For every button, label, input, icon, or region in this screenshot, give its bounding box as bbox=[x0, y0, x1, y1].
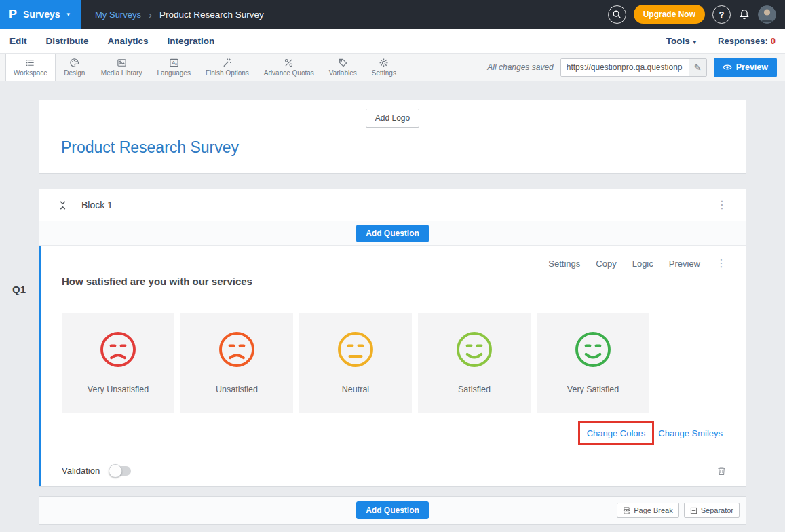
bottom-add-question-strip: Add Question Page Break Separator bbox=[39, 496, 746, 525]
question-mark-icon: ? bbox=[719, 10, 725, 20]
delete-question-button[interactable] bbox=[716, 466, 727, 476]
toolbar-label: Design bbox=[64, 69, 85, 77]
brand-label: Surveys bbox=[23, 9, 60, 20]
collapse-block-icon[interactable] bbox=[58, 200, 68, 210]
option-label: Very Satisfied bbox=[567, 385, 619, 394]
upgrade-now-button[interactable]: Upgrade Now bbox=[634, 5, 705, 24]
option-very-satisfied[interactable]: Very Satisfied bbox=[537, 313, 649, 413]
help-button[interactable]: ? bbox=[712, 5, 731, 24]
block-menu-kebab-icon[interactable]: ⋮ bbox=[716, 200, 727, 210]
toolbar-item-advance-quotas[interactable]: Advance Quotas bbox=[256, 54, 322, 81]
preview-button[interactable]: Preview bbox=[714, 58, 777, 77]
toolbar-item-workspace[interactable]: Workspace bbox=[5, 54, 56, 81]
option-label: Unsatisfied bbox=[216, 385, 258, 394]
add-question-button-bottom[interactable]: Add Question bbox=[356, 501, 429, 519]
toolbar-label: Settings bbox=[372, 69, 396, 77]
question-logic-link[interactable]: Logic bbox=[632, 259, 653, 269]
option-label: Very Unsatisfied bbox=[88, 385, 149, 394]
edit-url-button[interactable]: ✎ bbox=[689, 59, 706, 76]
survey-url-input[interactable] bbox=[561, 59, 689, 76]
gear-icon bbox=[379, 58, 389, 68]
toolbar-label: Advance Quotas bbox=[264, 69, 314, 77]
question-preview-link[interactable]: Preview bbox=[669, 259, 700, 269]
responses-counter: Responses:0 bbox=[718, 36, 776, 46]
smiley-options: Very Unsatisfied Unsatisfied bbox=[62, 313, 727, 413]
change-smileys-link[interactable]: Change Smileys bbox=[658, 428, 723, 438]
survey-header-card: Add Logo Product Research Survey bbox=[39, 100, 746, 174]
image-icon bbox=[117, 58, 127, 68]
navbar-actions: Upgrade Now ? bbox=[608, 5, 785, 24]
toolbar-right: All changes saved ✎ Preview bbox=[487, 54, 785, 81]
option-neutral[interactable]: Neutral bbox=[299, 313, 412, 413]
question-block: Q1 Settings Copy Logic Preview ⋮ How sat… bbox=[39, 246, 746, 486]
question-text[interactable]: How satisfied are you with our services bbox=[62, 276, 727, 299]
survey-title[interactable]: Product Research Survey bbox=[61, 138, 746, 157]
tools-menu[interactable]: Tools ▾ bbox=[666, 36, 696, 46]
page-break-button[interactable]: Page Break bbox=[617, 503, 678, 518]
tab-edit[interactable]: Edit bbox=[9, 36, 27, 46]
top-navbar: P Surveys ▾ My Surveys › Product Researc… bbox=[0, 0, 785, 28]
smiley-happy-icon bbox=[455, 330, 494, 369]
option-label: Neutral bbox=[342, 385, 369, 394]
app-brand-menu[interactable]: P Surveys ▾ bbox=[0, 0, 81, 28]
bell-icon bbox=[738, 8, 750, 20]
toolbar-item-finish-options[interactable]: Finish Options bbox=[198, 54, 256, 81]
chevron-down-icon: ▾ bbox=[693, 39, 697, 45]
toolbar-item-media-library[interactable]: Media Library bbox=[94, 54, 150, 81]
toolbar-item-settings[interactable]: Settings bbox=[364, 54, 404, 81]
quotas-percent-icon bbox=[284, 58, 294, 68]
validation-label: Validation bbox=[62, 466, 100, 476]
option-satisfied[interactable]: Satisfied bbox=[418, 313, 531, 413]
smiley-very-sad-icon bbox=[98, 330, 138, 369]
chevron-down-icon: ▾ bbox=[67, 11, 71, 18]
questionpro-logo-icon: P bbox=[9, 7, 17, 22]
toolbar-label: Workspace bbox=[14, 69, 47, 77]
section-tabs: Edit Distribute Analytics Integration To… bbox=[0, 28, 785, 54]
tab-distribute[interactable]: Distribute bbox=[46, 36, 89, 46]
smiley-very-happy-icon bbox=[573, 330, 613, 369]
toolbar-item-design[interactable]: Design bbox=[56, 54, 94, 81]
tab-analytics[interactable]: Analytics bbox=[108, 36, 149, 46]
option-unsatisfied[interactable]: Unsatisfied bbox=[180, 313, 293, 413]
search-icon bbox=[612, 10, 621, 19]
separator-button[interactable]: Separator bbox=[684, 503, 740, 518]
separator-icon bbox=[690, 507, 697, 514]
question-actions: Settings Copy Logic Preview ⋮ bbox=[62, 258, 727, 269]
tools-label: Tools bbox=[666, 36, 690, 46]
add-question-button-top[interactable]: Add Question bbox=[356, 225, 429, 242]
option-very-unsatisfied[interactable]: Very Unsatisfied bbox=[62, 313, 174, 413]
add-question-row-top: Add Question bbox=[39, 221, 746, 246]
search-button[interactable] bbox=[608, 5, 626, 24]
smiley-sad-icon bbox=[217, 330, 256, 369]
smiley-neutral-icon bbox=[336, 330, 375, 369]
add-logo-button[interactable]: Add Logo bbox=[366, 109, 419, 128]
toolbar-label: Languages bbox=[157, 69, 191, 77]
responses-count: 0 bbox=[771, 36, 776, 46]
user-avatar[interactable] bbox=[758, 5, 776, 24]
question-copy-link[interactable]: Copy bbox=[596, 259, 616, 269]
page-break-label: Page Break bbox=[634, 506, 672, 514]
palette-icon bbox=[69, 58, 79, 68]
block-name[interactable]: Block 1 bbox=[81, 200, 113, 210]
page-break-icon bbox=[623, 507, 630, 514]
strip-right: Page Break Separator bbox=[617, 497, 740, 524]
pencil-icon: ✎ bbox=[694, 62, 702, 73]
tab-integration[interactable]: Integration bbox=[168, 36, 215, 46]
avatar-photo bbox=[758, 5, 776, 24]
breadcrumb-my-surveys[interactable]: My Surveys bbox=[95, 10, 141, 20]
tabs-right: Tools ▾ Responses:0 bbox=[666, 36, 776, 46]
question-menu-kebab-icon[interactable]: ⋮ bbox=[716, 258, 727, 269]
question-settings-link[interactable]: Settings bbox=[548, 259, 580, 269]
svg-text:a: a bbox=[175, 62, 177, 66]
block-header: Block 1 ⋮ bbox=[39, 189, 746, 221]
toolbar-item-languages[interactable]: Aa Languages bbox=[149, 54, 198, 81]
change-colors-link[interactable]: Change Colors bbox=[578, 421, 655, 445]
notifications-button[interactable] bbox=[738, 8, 750, 20]
option-label: Satisfied bbox=[458, 385, 491, 394]
validation-toggle[interactable] bbox=[109, 466, 131, 476]
editor-toolbar: Workspace Design Media Library Aa Langua… bbox=[0, 54, 785, 81]
workspace-icon bbox=[25, 58, 35, 68]
toolbar-label: Variables bbox=[329, 69, 357, 77]
toolbar-item-variables[interactable]: Variables bbox=[322, 54, 364, 81]
magic-wand-icon bbox=[222, 58, 232, 68]
